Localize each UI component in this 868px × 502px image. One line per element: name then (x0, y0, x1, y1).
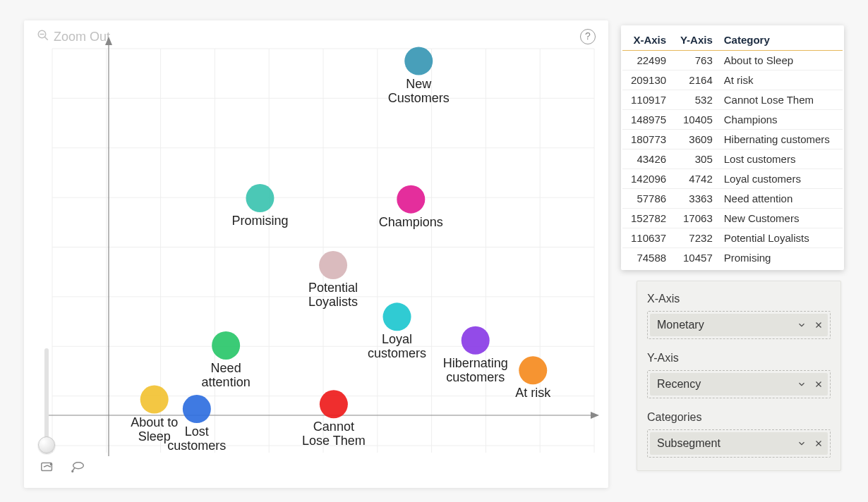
chart-card: Zoom Out ? About toSleepAt riskCannotLos… (24, 20, 608, 488)
field-well-cat: Categories Subsegment (647, 411, 831, 458)
chevron-down-icon[interactable] (797, 439, 807, 448)
scatter-plot[interactable]: About toSleepAt riskCannotLose ThemChamp… (38, 35, 601, 460)
field-pill-x-text: Monetary (657, 319, 704, 331)
field-slot-x[interactable]: Monetary (647, 311, 831, 339)
col-y[interactable]: Y-Axis (672, 28, 718, 51)
cell-y: 532 (672, 90, 718, 110)
svg-point-28 (50, 463, 52, 465)
cell-x: 22499 (622, 51, 672, 71)
field-well-y: Y-Axis Recency (647, 352, 831, 398)
cell-x: 142096 (622, 169, 672, 189)
bubble-label: At risk (515, 386, 551, 400)
cell-y: 3363 (672, 189, 718, 209)
bubble-need-attention[interactable] (212, 331, 240, 360)
cell-cat: Hibernating customers (718, 130, 843, 149)
cell-y: 17063 (672, 209, 718, 228)
bubble-label: Hibernatingcustomers (443, 356, 508, 384)
cell-x: 209130 (622, 71, 672, 90)
cell-x: 180773 (622, 130, 672, 149)
remove-cat-icon[interactable] (814, 439, 824, 448)
table-row[interactable]: 110917532Cannot Lose Them (622, 90, 843, 110)
bubble-champions[interactable] (397, 185, 425, 214)
cell-x: 110637 (622, 228, 672, 248)
cell-cat: Cannot Lose Them (718, 90, 843, 110)
bubble-potential-loyalists[interactable] (319, 251, 347, 279)
field-pill-y[interactable]: Recency (650, 373, 828, 396)
lasso-tool-icon[interactable] (71, 460, 86, 475)
chevron-down-icon[interactable] (797, 379, 807, 389)
cell-cat: Promising (718, 248, 843, 268)
data-table: X-Axis Y-Axis Category 22499763About to … (621, 25, 844, 270)
cell-y: 305 (672, 149, 718, 169)
cell-y: 2164 (672, 71, 718, 90)
cell-x: 110917 (622, 90, 672, 110)
cell-cat: Loyal customers (718, 169, 843, 189)
cell-y: 7232 (672, 228, 718, 248)
bubble-label: Promising (231, 214, 288, 228)
table-row[interactable]: 22499763About to Sleep (622, 51, 843, 71)
annotation-tool-icon[interactable] (40, 460, 55, 475)
cell-cat: About to Sleep (718, 51, 843, 71)
cell-cat: Need attention (718, 189, 843, 209)
bubble-loyal-customers[interactable] (383, 302, 411, 331)
bubble-hibernating-customers[interactable] (462, 326, 490, 355)
timeline-slider-handle[interactable] (38, 436, 55, 453)
bubble-at-risk[interactable] (519, 356, 547, 384)
cell-y: 4742 (672, 169, 718, 189)
bubble-label: NewCustomers (388, 77, 450, 105)
cell-x: 74588 (622, 248, 672, 268)
cell-y: 763 (672, 51, 718, 71)
cell-x: 152782 (622, 209, 672, 228)
bubble-promising[interactable] (246, 184, 274, 212)
field-label-x: X-Axis (647, 293, 831, 305)
svg-point-30 (72, 471, 73, 472)
cell-y: 3609 (672, 130, 718, 149)
cell-cat: At risk (718, 71, 843, 90)
bubble-cannot-lose-them[interactable] (320, 390, 348, 418)
cell-x: 57786 (622, 189, 672, 209)
cell-x: 43426 (622, 149, 672, 169)
field-label-y: Y-Axis (647, 352, 831, 365)
remove-x-icon[interactable] (814, 320, 824, 330)
table-header-row: X-Axis Y-Axis Category (622, 28, 843, 51)
field-pill-cat-text: Subsegment (657, 437, 721, 450)
svg-marker-26 (591, 412, 599, 419)
table-row[interactable]: 43426305Lost customers (622, 149, 843, 169)
svg-marker-24 (105, 37, 112, 45)
bubble-label: CannotLose Them (302, 420, 366, 448)
bubble-label: Needattention (202, 361, 251, 389)
table-row[interactable]: 1420964742Loyal customers (622, 169, 843, 189)
chevron-down-icon[interactable] (797, 320, 807, 330)
field-label-cat: Categories (647, 411, 831, 424)
field-pill-x[interactable]: Monetary (650, 314, 828, 336)
bubble-label: PotentialLoyalists (308, 281, 358, 309)
table-row[interactable]: 1807733609Hibernating customers (622, 130, 843, 149)
cell-cat: New Customers (718, 209, 843, 228)
bubble-label: Loyalcustomers (368, 332, 426, 360)
table-row[interactable]: 2091302164At risk (622, 71, 843, 90)
cell-cat: Champions (718, 110, 843, 130)
field-slot-y[interactable]: Recency (647, 370, 831, 398)
field-pill-y-text: Recency (657, 378, 701, 391)
field-well-x: X-Axis Monetary (647, 293, 831, 339)
bubble-label: Champions (379, 215, 443, 229)
table-row[interactable]: 14897510405Champions (622, 110, 843, 130)
table-row[interactable]: 7458810457Promising (622, 248, 843, 268)
remove-y-icon[interactable] (814, 379, 824, 389)
table-row[interactable]: 1106377232Potential Loyalists (622, 228, 843, 248)
bubble-about-to-sleep[interactable] (140, 386, 169, 414)
cell-y: 10405 (672, 110, 718, 130)
fields-panel: X-Axis Monetary Y-Axis (637, 281, 841, 471)
bubble-lost-customers[interactable] (183, 395, 211, 423)
bubble-new-customers[interactable] (404, 47, 433, 75)
field-slot-cat[interactable]: Subsegment (647, 429, 831, 458)
table-row[interactable]: 15278217063New Customers (622, 209, 843, 228)
cell-cat: Lost customers (718, 149, 843, 169)
cell-y: 10457 (672, 248, 718, 268)
timeline-slider-track[interactable] (44, 348, 49, 447)
field-pill-cat[interactable]: Subsegment (650, 432, 828, 455)
col-x[interactable]: X-Axis (622, 28, 672, 51)
table-row[interactable]: 577863363Need attention (622, 189, 843, 209)
col-cat[interactable]: Category (718, 28, 843, 51)
cell-x: 148975 (622, 110, 672, 130)
